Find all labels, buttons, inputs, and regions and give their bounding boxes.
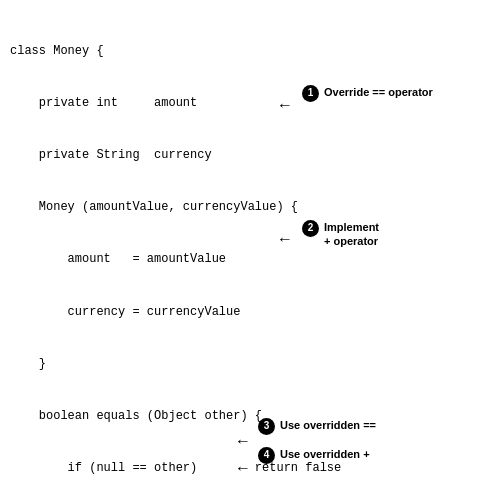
code-line-9: if (null == other) return false — [10, 460, 490, 477]
annotation-1: 1 Override == operator — [302, 85, 433, 102]
code-line-5: amount = amountValue — [10, 251, 490, 268]
annotation-1-arrow: ← — [280, 95, 290, 118]
arrow-1-icon: ← — [280, 95, 290, 118]
code-line-7: } — [10, 356, 490, 373]
arrow-2-icon: ← — [280, 229, 290, 252]
annotation-2-number: 2 — [302, 220, 319, 237]
arrow-4-icon: ← — [238, 458, 248, 481]
code-block: class Money { private int amount private… — [0, 0, 500, 503]
annotation-3-arrow: ← — [238, 431, 248, 454]
code-line-8: boolean equals (Object other) { — [10, 408, 490, 425]
arrow-3-icon: ← — [238, 431, 248, 454]
annotation-1-number: 1 — [302, 85, 319, 102]
annotation-4-text: Use overridden + — [280, 447, 370, 461]
annotation-4-number: 4 — [258, 447, 275, 464]
code-line-3: private String currency — [10, 147, 490, 164]
annotation-3-number: 3 — [258, 418, 275, 435]
annotation-2-arrow: ← — [280, 229, 290, 252]
annotation-1-text: Override == operator — [324, 85, 433, 99]
annotation-4-arrow: ← — [238, 458, 248, 481]
code-line-1: class Money { — [10, 43, 490, 60]
annotation-3-text: Use overridden == — [280, 418, 376, 432]
main-container: class Money { private int amount private… — [0, 0, 500, 503]
annotation-2-text: Implement+ operator — [324, 220, 379, 249]
code-line-4: Money (amountValue, currencyValue) { — [10, 199, 490, 216]
annotation-4: 4 Use overridden + — [258, 447, 370, 464]
code-line-6: currency = currencyValue — [10, 304, 490, 321]
annotation-3: 3 Use overridden == — [258, 418, 376, 435]
annotation-2: 2 Implement+ operator — [302, 220, 379, 249]
